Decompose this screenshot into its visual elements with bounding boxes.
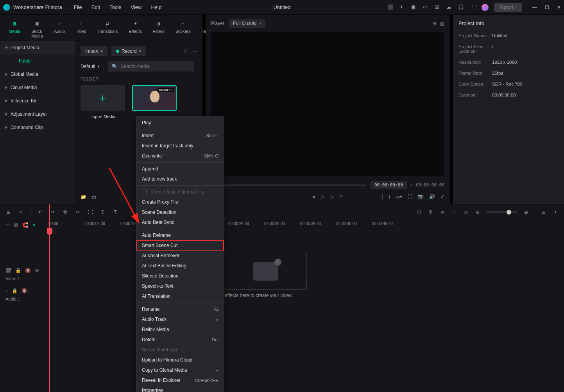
tab-filters[interactable]: ◑Filters [149,17,168,41]
playhead-handle[interactable] [47,228,52,235]
undo-icon[interactable]: ↶ [37,209,43,215]
ctx-copy-global[interactable]: Copy to Global Media▸ [136,365,224,375]
import-media-button[interactable]: + Import Media [81,85,125,119]
send-icon[interactable]: ✈ [399,4,406,11]
ctx-properties[interactable]: Properties [136,385,224,392]
menu-edit[interactable]: Edit [91,4,100,10]
ctx-beat-sync[interactable]: Auto Beat Sync [136,217,224,227]
lock-icon[interactable]: 🔒 [15,268,21,273]
media-clip[interactable]: 00:48:11 [132,85,177,119]
search-media[interactable]: 🔍 [108,61,194,72]
ctx-reveal-explorer[interactable]: Reveal In ExplorerCtrl+Shift+R [136,375,224,385]
ctx-play[interactable]: Play [136,118,224,128]
menu-file[interactable]: File [74,4,82,10]
ctx-rename[interactable]: RenameF2 [136,304,224,314]
tab-effects[interactable]: ✦Effects [125,17,145,41]
sidebar-project-media[interactable]: Project Media [0,41,75,54]
lock-icon[interactable]: 🔒 [12,288,18,294]
tab-audio[interactable]: ♪Audio [50,17,69,41]
folder-icon[interactable]: 🗀 [92,194,97,200]
cut-icon[interactable]: ✂ [75,209,81,215]
export-button[interactable]: Export ▾ [494,3,522,12]
mixer-icon[interactable]: ≡ [439,209,446,215]
snapshot-icon[interactable]: 📷 [418,194,424,199]
sidebar-influence-kit[interactable]: Influence Kit [0,94,75,107]
ctx-silence-detection[interactable]: Silence Detection [136,271,224,281]
stop-button[interactable]: □ [340,194,343,199]
zoom-in-icon[interactable]: ⊕ [523,209,529,215]
prev-frame-button[interactable]: ◂ [312,194,315,199]
volume-icon[interactable]: 🔊 [429,194,435,199]
delete-icon[interactable]: 🗑 [62,209,68,215]
gift-icon[interactable]: ⬛ [388,4,394,11]
new-folder-icon[interactable]: 📁 [81,194,86,200]
ctx-upload-cloud[interactable]: Upload to Filmora Cloud [136,355,224,365]
ctx-proxy[interactable]: Create Proxy File [136,197,224,207]
crop-tool-icon[interactable]: ⛶ [87,209,93,215]
tab-stickers[interactable]: ✧Stickers [172,17,195,41]
render-icon[interactable]: ▭ [451,209,457,215]
minimize-button[interactable]: — [532,5,537,10]
search-input[interactable] [121,64,190,69]
speed-icon[interactable]: ⏱ [100,209,106,215]
voiceover-icon[interactable]: 🎙 [428,209,434,215]
compare-icon[interactable]: ⊟ [432,21,436,26]
snapshot-list-icon[interactable]: ▨ [440,21,444,26]
more-icon[interactable]: ⋯ [192,48,197,54]
tab-titles[interactable]: TTitles [72,17,90,41]
ctx-scene-detection[interactable]: Scene Detection [136,207,224,217]
ctx-vocal-remover[interactable]: AI Vocal Remover [136,251,224,261]
layout1-icon[interactable]: ▣ [411,4,417,11]
marker-icon[interactable]: ⬠ [416,209,422,215]
playback-scrubber[interactable] [211,184,367,186]
auto-ripple-icon[interactable]: ✦ [32,222,36,228]
ctx-append[interactable]: Append [136,164,224,174]
ctx-speech-to-text[interactable]: Speech-to-Text [136,281,224,291]
pointer-icon[interactable]: ↖ [18,209,24,215]
mark-in-icon[interactable]: { [381,194,383,199]
tab-stock-media[interactable]: ▣Stock Media [27,17,47,41]
timeline-ruler[interactable]: ▭ ⛓ 🧲 ✦ 00:0000:00:05:0000:00:10:0000:00… [0,220,564,234]
filter-icon[interactable]: ⚟ [183,48,188,54]
chevron-down-icon[interactable]: ▾ [552,209,559,215]
text-icon[interactable]: T [112,209,118,215]
avatar-icon[interactable] [482,4,489,11]
sidebar-adjustment-layer[interactable]: Adjustment Layer [0,107,75,121]
sidebar-global-media[interactable]: Global Media [0,68,75,81]
link-icon[interactable]: ⛓ [14,222,18,228]
keyframe-icon[interactable]: ◇ [463,209,469,215]
maximize-button[interactable]: ☐ [545,5,549,10]
tab-media[interactable]: ▦Media [5,17,24,41]
record-dropdown[interactable]: Record ▾ [111,46,146,56]
ctx-insert[interactable]: InsertShift+I [136,131,224,141]
ctx-audio-track[interactable]: Audio Track▸ [136,314,224,324]
fullscreen-icon[interactable]: ⤢ [440,194,444,199]
mark-out-icon[interactable]: } [389,194,390,199]
ctx-delete[interactable]: DeleteDel [136,335,224,345]
close-button[interactable]: ✕ [557,5,561,10]
cloud-icon[interactable]: ☁ [446,4,453,11]
mute-icon[interactable]: 🔇 [21,288,27,294]
sidebar-cloud-media[interactable]: Cloud Media [0,81,75,94]
magnet-icon[interactable]: 🧲 [22,222,28,228]
layout2-icon[interactable]: ▭ [423,4,429,11]
timeline-dropzone[interactable]: + [225,253,307,290]
visibility-icon[interactable]: 👁 [35,268,39,273]
track-options-icon[interactable]: ≣ [541,209,547,215]
menu-tools[interactable]: Tools [109,4,121,10]
ctx-ai-translation[interactable]: AI Translation [136,291,224,301]
sidebar-folder[interactable]: Folder [0,54,75,68]
redo-icon[interactable]: ↷ [50,209,56,215]
sort-dropdown[interactable]: Default ▾ [81,61,100,72]
zoom-slider[interactable] [486,211,517,213]
sidebar-compound-clip[interactable]: Compound Clip [0,121,75,134]
ctx-smart-scene-cut[interactable]: Smart Scene Cut [136,240,224,251]
ratio-icon[interactable]: ▭▾ [396,194,402,199]
menu-help[interactable]: Help [151,4,161,10]
track-manager-icon[interactable]: ▭ [5,222,10,228]
ctx-auto-reframe[interactable]: Auto Reframe [136,230,224,240]
quality-dropdown[interactable]: Full Quality ▾ [229,19,265,28]
support-icon[interactable]: 🎧 [458,4,464,11]
menu-view[interactable]: View [131,4,141,10]
import-dropdown[interactable]: Import ▾ [81,46,107,56]
